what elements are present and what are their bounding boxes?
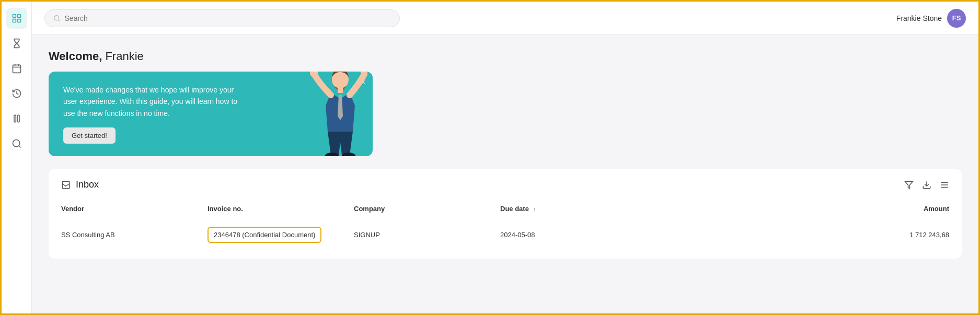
inbox-icon [61,180,71,190]
download-button[interactable] [922,180,931,190]
sidebar-item-hourglass[interactable] [6,33,27,54]
filter-button[interactable] [904,180,914,190]
cell-amount: 1 712 243,68 [855,231,949,239]
main-content: Frankie Stone FS Welcome, Frankie We've … [32,2,978,313]
sidebar-item-search[interactable] [6,133,27,154]
svg-rect-4 [13,65,20,73]
avatar[interactable]: FS [947,9,966,28]
svg-point-12 [54,15,59,20]
user-info: Frankie Stone FS [896,9,966,28]
table-row[interactable]: SS Consulting AB 2346478 (Confidential D… [61,221,949,248]
columns-button[interactable] [940,180,949,190]
sidebar-item-calendar[interactable] [6,58,27,79]
columns-icon [940,180,949,190]
user-name: Frankie Stone [896,14,942,22]
svg-marker-21 [905,181,913,189]
sidebar-item-pause[interactable] [6,108,27,129]
inbox-section: Inbox [49,169,962,259]
cell-vendor: SS Consulting AB [61,231,207,239]
inbox-title-group: Inbox [61,179,99,190]
page-body: Welcome, Frankie We've made changes that… [32,35,978,313]
column-due-date[interactable]: Due date ↑ [500,205,855,213]
invoice-number-highlighted[interactable]: 2346478 (Confidential Document) [207,227,321,243]
person-illustration [310,72,367,156]
sidebar-item-history[interactable] [6,83,27,104]
welcome-title: Welcome, Frankie [49,50,962,63]
search-input[interactable] [65,14,391,22]
cell-due-date: 2024-05-08 [500,231,855,239]
filter-icon [904,180,914,190]
svg-point-10 [13,140,19,147]
svg-line-13 [58,19,59,20]
svg-rect-0 [13,15,16,18]
svg-line-11 [18,146,20,148]
svg-rect-2 [13,19,16,22]
svg-rect-9 [17,115,19,122]
svg-rect-8 [14,115,16,122]
svg-rect-15 [338,88,343,93]
cell-invoice-no[interactable]: 2346478 (Confidential Document) [207,227,354,243]
get-started-button[interactable]: Get started! [63,127,116,144]
header: Frankie Stone FS [32,2,978,35]
search-bar[interactable] [44,9,400,27]
search-icon [53,15,61,22]
welcome-section: Welcome, Frankie We've made changes that… [49,50,962,156]
column-invoice-no: Invoice no. [207,205,354,213]
inbox-actions [904,180,949,190]
inbox-title: Inbox [76,179,99,190]
inbox-header: Inbox [61,179,949,190]
welcome-card: We've made changes that we hope will imp… [49,72,373,156]
table-header: Vendor Invoice no. Company Due date ↑ Am… [61,201,949,217]
svg-rect-3 [17,19,20,22]
sidebar [2,2,32,313]
sidebar-item-home[interactable] [6,8,27,29]
cell-company: SIGNUP [354,231,500,239]
sort-arrow-icon: ↑ [533,206,536,212]
column-company: Company [354,205,500,213]
app-container: Frankie Stone FS Welcome, Frankie We've … [2,2,978,313]
welcome-card-message: We've made changes that we hope will imp… [63,84,241,119]
column-vendor: Vendor [61,205,207,213]
svg-rect-1 [17,15,20,18]
download-icon [922,180,931,190]
column-amount: Amount [855,205,949,213]
